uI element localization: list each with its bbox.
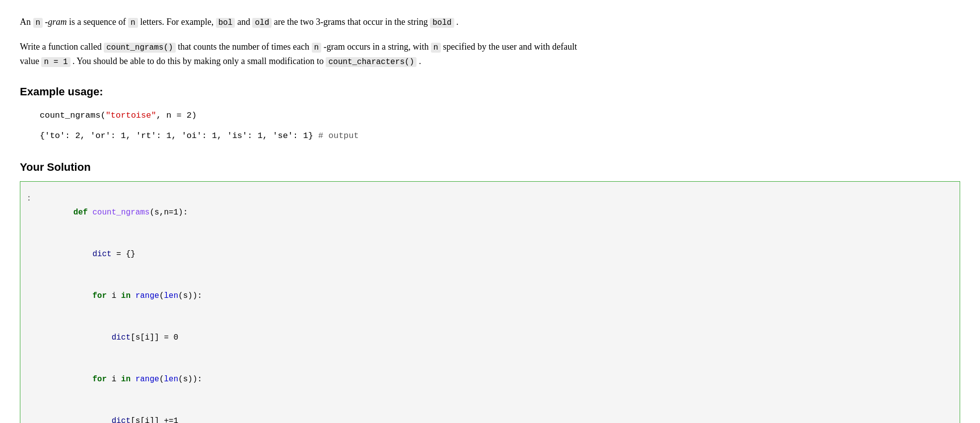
intro-paragraph-1: An n -gram is a sequence of n letters. F… [20, 15, 960, 30]
builtin-len-1: len [164, 291, 178, 300]
code-line-1: : def count_ngrams(s,n=1): [20, 192, 950, 233]
intro-paragraph-2: Write a function called count_ngrams() t… [20, 40, 960, 69]
code-line-6: dict[s[i]] +=1 [20, 400, 950, 423]
text-gram-occurs: -gram occurs in a string, with [324, 42, 431, 52]
text-and: and [237, 17, 253, 27]
content-5: for i in range(len(s)): [35, 358, 950, 400]
code-line-4: dict[s[i]] = 0 [20, 317, 950, 358]
text-write-function: Write a function called [20, 42, 104, 52]
indent-1 [73, 250, 92, 259]
text-gram-desc: -gram is a sequence of [45, 17, 128, 27]
dict-access-2: dict [112, 417, 131, 423]
keyword-for-1: for [92, 291, 111, 300]
code-range-1: ( [159, 291, 164, 300]
code-range-2: ( [159, 375, 164, 384]
code-len-arg-1: (s)): [178, 291, 202, 300]
content-3: for i in range(len(s)): [35, 275, 950, 317]
inline-code-count-ngrams: count_ngrams() [104, 43, 175, 53]
example-string: "tortoise" [106, 111, 156, 120]
example-output-text: {'to': 2, 'or': 1, 'rt': 1, 'oi': 1, 'is… [40, 131, 318, 141]
your-solution-heading: Your Solution [20, 158, 960, 176]
builtin-range-2: range [136, 375, 159, 384]
builtin-len-2: len [164, 375, 178, 384]
text-two-3grams: are the two 3-grams that occur in the st… [274, 17, 430, 27]
example-usage-heading: Example usage: [20, 83, 960, 100]
indent-4 [73, 375, 92, 384]
content-2: dict = {} [35, 233, 950, 275]
keyword-in-1: in [121, 291, 136, 300]
code-line-5: for i in range(len(s)): [20, 358, 950, 400]
code-parens-1: (s,n=1): [149, 208, 188, 217]
assign-op-1: = {} [112, 250, 136, 259]
text-an: An [20, 17, 33, 27]
keyword-for-2: for [92, 375, 111, 384]
code-editor[interactable]: : def count_ngrams(s,n=1): dict = {} for… [20, 181, 960, 423]
keyword-in-2: in [121, 375, 136, 384]
inline-code-n-eq-1: n = 1 [41, 57, 70, 67]
example-params: , n = 2) [156, 111, 197, 120]
inline-code-bol: bol [216, 18, 235, 28]
code-len-arg-2: (s)): [178, 375, 202, 384]
inline-code-n3: n [312, 43, 322, 53]
text-that-counts: that counts the number of times each [178, 42, 311, 52]
bracket-2: [s[i]] +=1 [131, 417, 178, 423]
your-solution-section: Your Solution : def count_ngrams(s,n=1):… [20, 158, 960, 423]
text-letters: letters. For example, [140, 17, 215, 27]
gutter-1: : [20, 192, 35, 206]
dict-access-1: dict [112, 333, 131, 342]
content-1: def count_ngrams(s,n=1): [35, 192, 950, 233]
var-i-1: i [112, 291, 121, 300]
inline-code-count-characters: count_characters() [326, 57, 417, 67]
text-period1: . [456, 17, 459, 27]
bracket-1: [s[i]] = 0 [131, 333, 178, 342]
indent-2 [73, 291, 92, 300]
inline-code-old: old [252, 18, 272, 28]
example-output-comment: # output [318, 131, 359, 141]
text-modification: . You should be able to do this by makin… [72, 56, 326, 66]
fn-count-ngrams: count_ngrams [92, 208, 149, 217]
indent-3 [73, 333, 112, 342]
code-line-2: dict = {} [20, 233, 950, 275]
example-usage-section: Example usage: count_ngrams("tortoise", … [20, 83, 960, 143]
inline-code-n2: n [128, 18, 138, 28]
example-output-code: {'to': 2, 'or': 1, 'rt': 1, 'oi': 1, 'is… [40, 129, 960, 144]
code-line-3: for i in range(len(s)): [20, 275, 950, 317]
inline-code-n4: n [431, 43, 441, 53]
indent-5 [73, 417, 112, 423]
content-4: dict[s[i]] = 0 [35, 317, 950, 358]
inline-code-bold: bold [430, 18, 454, 28]
content-6: dict[s[i]] +=1 [35, 400, 950, 423]
var-i-2: i [112, 375, 121, 384]
text-period2: . [419, 56, 421, 66]
builtin-range-1: range [136, 291, 159, 300]
var-dict: dict [92, 250, 111, 259]
example-call-code: count_ngrams("tortoise", n = 2) [40, 108, 960, 124]
inline-code-n1: n [33, 18, 43, 28]
example-fn-name: count_ngrams( [40, 111, 106, 120]
keyword-def: def [73, 208, 92, 217]
